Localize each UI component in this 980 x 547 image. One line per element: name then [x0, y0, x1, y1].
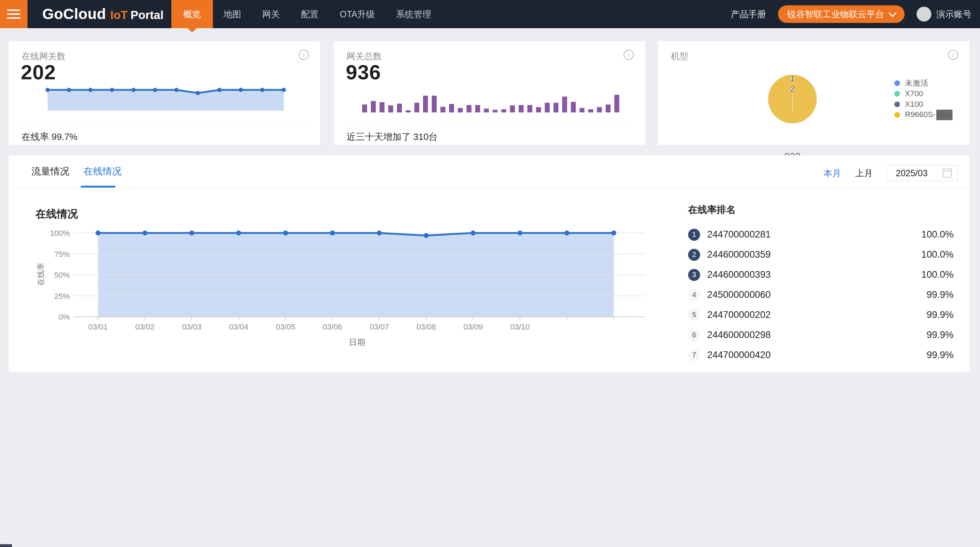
- online-rate-value: 99.9%: [926, 350, 954, 361]
- online-rate-value: 99.9%: [926, 289, 954, 300]
- logo-gocloud: GoCloud: [42, 6, 106, 22]
- info-icon[interactable]: i: [624, 50, 634, 60]
- card-total-gateways: 网关总数 i 936 近三十天增加了 310台: [334, 41, 645, 145]
- rank-badge: 3: [688, 269, 700, 281]
- rank-badge: 6: [688, 329, 700, 341]
- chevron-down-icon: [889, 9, 897, 17]
- account-name[interactable]: 演示账号: [936, 8, 972, 20]
- period-last-month-button[interactable]: 上月: [855, 167, 873, 179]
- rank-badge: 1: [688, 229, 700, 241]
- online-rate-footer: 在线率 99.7%: [22, 131, 78, 143]
- ranking-row: 6 244600000298 99.9%: [688, 325, 954, 345]
- info-icon[interactable]: i: [948, 50, 958, 60]
- pie-leader-line: [792, 94, 793, 111]
- legend-item: X100: [894, 99, 953, 110]
- svg-text:03/07: 03/07: [369, 323, 389, 331]
- ranking-row: 7 244700000420 99.9%: [688, 345, 954, 365]
- online-rate-value: 100.0%: [921, 269, 954, 280]
- svg-text:0%: 0%: [59, 313, 70, 321]
- svg-text:03/09: 03/09: [463, 323, 483, 331]
- legend-label: X700: [905, 89, 923, 99]
- tab-traffic[interactable]: 流量情况: [31, 156, 70, 187]
- logo: GoCloud IoT Portal: [42, 6, 164, 22]
- rank-badge: 7: [688, 349, 700, 361]
- ranking-row: 5 244700000202 99.9%: [688, 305, 954, 325]
- serial-number: 244600000359: [707, 249, 771, 260]
- main-nav: 概览 地图 网关 配置 OTA升级 系统管理: [171, 0, 442, 28]
- svg-text:75%: 75%: [54, 250, 70, 259]
- nav-item-config[interactable]: 配置: [291, 0, 329, 28]
- serial-number: 244700000281: [707, 229, 771, 240]
- legend-item: 未激活: [894, 78, 953, 89]
- nav-item-ota[interactable]: OTA升级: [329, 0, 386, 28]
- svg-text:03/10: 03/10: [510, 323, 530, 331]
- avatar[interactable]: [916, 7, 931, 22]
- legend-item: X700: [894, 89, 953, 99]
- tab-online[interactable]: 在线情况: [84, 156, 122, 187]
- legend-dot: [894, 91, 900, 97]
- serial-number: 244600000298: [707, 329, 771, 340]
- serial-number: 244700000420: [707, 350, 771, 361]
- ranking-row: 2 244600000359 100.0%: [688, 245, 954, 265]
- redaction-box: [936, 110, 953, 120]
- card-online-gateways: 在线网关数 i 202 在线率 99.7%: [9, 41, 320, 145]
- pie-label-top: 1: [790, 74, 795, 84]
- total-gateways-value: 936: [346, 60, 381, 84]
- nav-item-map[interactable]: 地图: [213, 0, 252, 28]
- svg-text:03/06: 03/06: [323, 323, 342, 331]
- nav-item-overview[interactable]: 概览: [171, 0, 213, 28]
- rank-badge: 2: [688, 249, 700, 261]
- svg-text:50%: 50%: [54, 271, 70, 280]
- calendar-icon: [943, 169, 952, 178]
- online-rate-value: 100.0%: [921, 229, 954, 240]
- product-manual-link[interactable]: 产品手册: [731, 8, 766, 20]
- logo-iot: IoT: [110, 8, 127, 22]
- topbar-right: 产品手册 锐谷智联工业物联云平台 演示账号: [731, 5, 972, 23]
- online-rate-ranking: 在线率排名 1 244700000281 100.0% 2 2446000003…: [688, 204, 954, 365]
- legend-item: R9660S-: [894, 110, 953, 120]
- nav-item-system[interactable]: 系统管理: [385, 0, 442, 28]
- rank-badge: 5: [688, 309, 700, 321]
- legend-label: X100: [905, 100, 923, 109]
- hamburger-menu-icon[interactable]: [0, 0, 27, 28]
- month-picker-input[interactable]: 2025/03: [887, 165, 958, 181]
- pie-legend: 未激活 X700 X100 R9660S-: [894, 78, 953, 120]
- svg-text:03/04: 03/04: [229, 323, 248, 331]
- offscreen-element-corner: [0, 544, 12, 547]
- online-rate-value: 100.0%: [921, 249, 954, 260]
- rank-badge: 4: [688, 289, 700, 301]
- nav-item-gateway[interactable]: 网关: [252, 0, 291, 28]
- serial-number: 244700000202: [707, 310, 771, 320]
- card-title: 机型: [671, 50, 689, 62]
- online-gateways-value: 202: [21, 60, 56, 84]
- ranking-row: 1 244700000281 100.0%: [688, 224, 954, 245]
- platform-selector-button[interactable]: 锐谷智联工业物联云平台: [778, 5, 905, 23]
- divider: [347, 125, 632, 126]
- svg-text:03/02: 03/02: [135, 323, 154, 331]
- ranking-title: 在线率排名: [688, 204, 954, 216]
- period-this-month-button[interactable]: 本月: [824, 167, 841, 179]
- svg-text:25%: 25%: [54, 292, 70, 301]
- panel-tabs: 流量情况 在线情况: [31, 156, 136, 187]
- info-icon[interactable]: i: [299, 50, 309, 60]
- ranking-row: 3 244600000393 100.0%: [688, 265, 954, 285]
- legend-dot: [894, 102, 900, 107]
- platform-selector-label: 锐谷智联工业物联云平台: [787, 8, 884, 20]
- legend-dot: [894, 80, 900, 86]
- online-gateways-sparkline-chart: [44, 87, 287, 116]
- online-rate-area-chart: 0%25%50%75%100%03/0103/0203/0303/0403/05…: [30, 226, 651, 343]
- legend-label: 未激活: [905, 78, 928, 89]
- serial-number: 245000000060: [707, 289, 771, 300]
- total-gateways-bar-chart: [360, 91, 621, 114]
- logo-portal: Portal: [130, 8, 164, 22]
- card-models: 机型 i 1 2 932 未激活 X700 X100 R9660S-: [658, 41, 969, 145]
- legend-dot: [894, 112, 900, 118]
- x-axis-label: 日期: [349, 337, 365, 348]
- period-controls: 本月 上月 2025/03: [824, 165, 958, 181]
- online-rate-value: 99.9%: [926, 329, 954, 340]
- legend-label: R9660S-: [905, 110, 953, 120]
- ranking-row: 4 245000000060 99.9%: [688, 285, 954, 305]
- pie-label-mid: 2: [790, 84, 795, 94]
- serial-number: 244600000393: [707, 269, 771, 280]
- svg-text:100%: 100%: [50, 229, 70, 237]
